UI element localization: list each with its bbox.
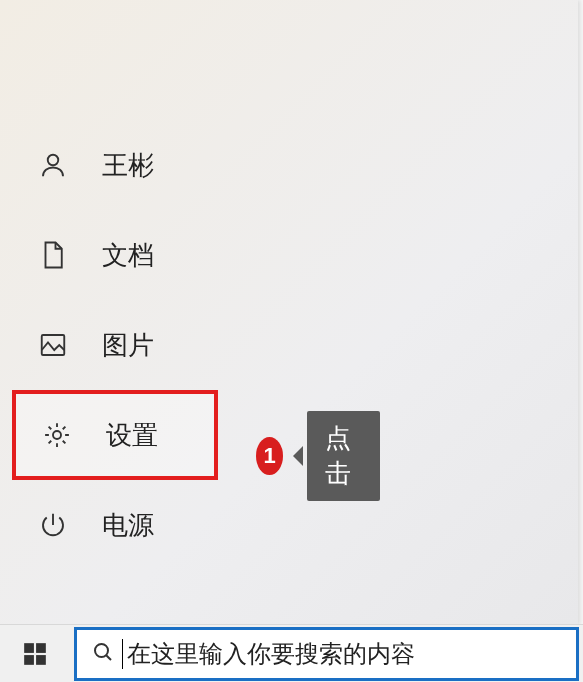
svg-rect-6 [36,655,46,665]
svg-rect-4 [36,643,46,653]
menu-label-pictures: 图片 [102,328,154,363]
annotation-callout: 1 点击 [256,411,380,501]
menu-label-power: 电源 [102,508,154,543]
start-button[interactable] [0,625,70,683]
user-icon [36,148,70,182]
start-menu-panel: 王彬 文档 图片 设置 1 点击 [0,0,578,625]
annotation-number-badge: 1 [256,437,283,475]
menu-label-user: 王彬 [102,148,154,183]
menu-item-pictures[interactable]: 图片 [0,300,578,390]
menu-item-settings[interactable]: 设置 1 点击 [12,390,218,480]
taskbar [0,624,583,682]
text-cursor [122,639,123,669]
windows-logo-icon [22,641,48,667]
annotation-tooltip: 点击 [307,411,380,501]
svg-point-2 [53,431,61,439]
gear-icon [40,418,74,452]
power-icon [36,508,70,542]
svg-rect-3 [24,643,34,653]
svg-line-8 [106,655,111,660]
menu-item-documents[interactable]: 文档 [0,210,578,300]
menu-list: 王彬 文档 图片 设置 1 点击 [0,120,578,570]
menu-label-settings: 设置 [106,418,158,453]
search-box[interactable] [74,627,579,681]
menu-label-documents: 文档 [102,238,154,273]
document-icon [36,238,70,272]
menu-item-user[interactable]: 王彬 [0,120,578,210]
svg-point-0 [48,155,59,166]
pictures-icon [36,328,70,362]
search-input[interactable] [127,640,562,668]
search-icon [91,640,115,668]
svg-point-7 [95,644,108,657]
svg-rect-5 [24,655,34,665]
